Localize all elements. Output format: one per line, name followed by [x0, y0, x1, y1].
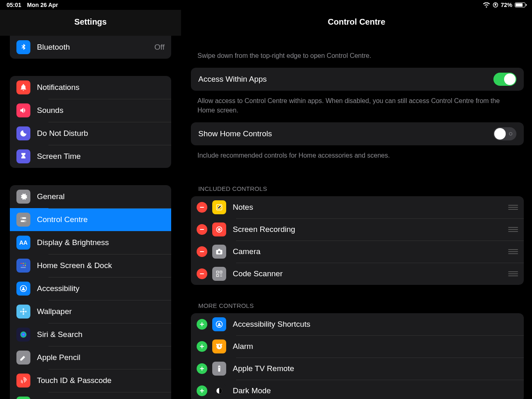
sidebar-item-do-not-disturb[interactable]: Do Not Disturb	[10, 122, 171, 145]
included-header: INCLUDED CONTROLS	[191, 168, 524, 196]
sidebar-item-siri-search[interactable]: Siri & Search	[10, 323, 171, 346]
sidebar-item-label: Sounds	[37, 106, 165, 115]
bluetooth-icon	[16, 40, 30, 54]
svg-rect-34	[220, 271, 222, 273]
control-row-alarm: Alarm	[191, 335, 524, 358]
add-button[interactable]	[197, 319, 207, 330]
drag-handle[interactable]	[508, 227, 518, 232]
control-row-notes: Notes	[191, 196, 524, 218]
note-icon	[212, 200, 226, 214]
status-time: 05:01	[7, 2, 21, 8]
remove-button[interactable]	[197, 202, 207, 213]
svg-point-16	[23, 308, 24, 310]
svg-rect-28	[200, 251, 204, 252]
record-icon	[212, 222, 226, 236]
svg-rect-41	[202, 322, 202, 326]
control-row-accessibility-shortcuts: Accessibility Shortcuts	[191, 313, 524, 335]
svg-rect-25	[200, 229, 204, 230]
add-button[interactable]	[197, 341, 207, 352]
access-label: Access Within Apps	[198, 75, 493, 84]
access-toggle[interactable]	[493, 73, 516, 86]
aa-icon: AA	[16, 236, 30, 250]
sidebar-item-notifications[interactable]: Notifications	[10, 76, 171, 99]
sidebar: Settings BluetoothOff NotificationsSound…	[0, 0, 181, 399]
battery-percentage: 72%	[501, 2, 512, 8]
hourglass-icon	[16, 149, 30, 163]
detail-intro: Swipe down from the top-right edge to op…	[191, 36, 524, 68]
sidebar-item-label: Do Not Disturb	[37, 129, 165, 138]
sidebar-item-accessibility[interactable]: Accessibility	[10, 277, 171, 300]
darkmode-icon	[212, 384, 226, 398]
siri-icon	[16, 328, 30, 342]
sidebar-item-label: Notifications	[37, 83, 165, 92]
drag-handle[interactable]	[508, 205, 518, 210]
control-label: Screen Recording	[233, 225, 508, 234]
svg-rect-45	[202, 344, 202, 349]
control-row-screen-recording: Screen Recording	[191, 218, 524, 241]
svg-point-52	[219, 367, 220, 368]
svg-point-18	[20, 311, 22, 312]
svg-point-17	[23, 313, 24, 315]
sidebar-item-label: Accessibility	[37, 284, 165, 293]
remove-button[interactable]	[197, 268, 207, 279]
svg-point-48	[221, 344, 222, 345]
access-within-apps-row: Access Within Apps	[191, 68, 524, 91]
svg-point-20	[21, 332, 27, 338]
sidebar-item-value: Off	[154, 43, 165, 52]
svg-point-47	[216, 344, 218, 345]
sidebar-item-label: Display & Brightness	[37, 238, 165, 247]
control-label: Notes	[233, 203, 508, 212]
clock-icon	[212, 339, 226, 353]
drag-handle[interactable]	[508, 271, 518, 276]
svg-point-14	[23, 287, 24, 289]
svg-rect-54	[202, 389, 202, 393]
sidebar-item-label: Siri & Search	[37, 330, 165, 339]
sidebar-item-label: Home Screen & Dock	[37, 261, 165, 270]
flower-icon	[16, 305, 30, 319]
detail-title: Control Centre	[181, 10, 532, 36]
status-date: Mon 26 Apr	[27, 2, 58, 8]
drag-handle[interactable]	[508, 249, 518, 254]
sidebar-item-battery[interactable]: Battery	[10, 392, 171, 399]
home-hint: Include recommended controls for Home ac…	[191, 145, 524, 167]
svg-rect-35	[216, 274, 218, 276]
add-button[interactable]	[197, 385, 207, 396]
svg-point-30	[218, 251, 220, 253]
pencil-icon	[16, 351, 30, 365]
sidebar-item-home-screen-dock[interactable]: Home Screen & Dock	[10, 254, 171, 277]
sidebar-item-general[interactable]: General	[10, 185, 171, 208]
control-row-camera: Camera	[191, 241, 524, 263]
sidebar-item-display-brightness[interactable]: AADisplay & Brightness	[10, 231, 171, 254]
sidebar-item-touch-id-passcode[interactable]: Touch ID & Passcode	[10, 369, 171, 392]
battery-icon	[16, 397, 30, 399]
control-row-code-scanner: Code Scanner	[191, 263, 524, 285]
svg-rect-23	[200, 207, 204, 208]
home-toggle[interactable]	[493, 127, 516, 140]
sidebar-item-control-centre[interactable]: Control Centre	[10, 208, 171, 231]
svg-point-19	[25, 311, 27, 312]
orientation-lock-icon	[493, 2, 498, 8]
remove-button[interactable]	[197, 246, 207, 257]
show-home-controls-row: Show Home Controls	[191, 122, 524, 145]
svg-point-5	[25, 220, 26, 222]
sidebar-item-label: Touch ID & Passcode	[37, 376, 165, 385]
status-bar: 05:01 Mon 26 Apr 72%	[0, 0, 532, 10]
svg-rect-38	[220, 276, 221, 277]
remove-button[interactable]	[197, 224, 207, 235]
sidebar-item-sounds[interactable]: Sounds	[10, 99, 171, 122]
sidebar-item-bluetooth[interactable]: BluetoothOff	[10, 36, 171, 59]
sidebar-item-screen-time[interactable]: Screen Time	[10, 145, 171, 168]
fingerprint-icon	[16, 374, 30, 388]
camera-icon	[212, 245, 226, 259]
svg-rect-36	[220, 274, 221, 275]
sidebar-title: Settings	[0, 10, 181, 36]
moon-icon	[16, 126, 30, 140]
sidebar-item-wallpaper[interactable]: Wallpaper	[10, 300, 171, 323]
access-hint: Allow access to Control Centre within ap…	[191, 91, 524, 122]
sidebar-item-apple-pencil[interactable]: Apple Pencil	[10, 346, 171, 369]
person-circle-icon	[16, 282, 30, 296]
gear-icon	[16, 190, 30, 204]
battery-icon	[515, 2, 525, 7]
control-label: Alarm	[233, 342, 518, 351]
add-button[interactable]	[197, 363, 207, 374]
